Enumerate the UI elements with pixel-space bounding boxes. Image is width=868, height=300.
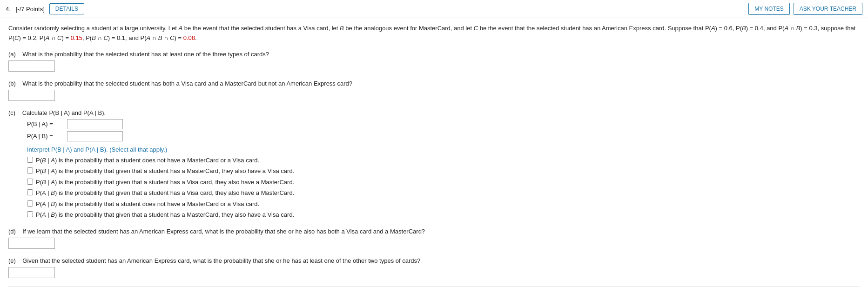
part-b: (b) What is the probability that the sel… <box>8 80 860 101</box>
part-e: (e) Given that the selected student has … <box>8 257 860 278</box>
part-c: (c) Calculate P(B | A) and P(A | B). P(B… <box>8 109 860 220</box>
part-d-input[interactable] <box>8 238 55 249</box>
top-bar: 4. [-/7 Points] DETAILS MY NOTES ASK YOU… <box>0 0 868 18</box>
main-content: Consider randomly selecting a student at… <box>0 18 868 296</box>
part-a-input[interactable] <box>8 60 55 72</box>
part-d-label: (d) If we learn that the selected studen… <box>8 228 860 235</box>
checkbox-item-1: P(B | A) is the probability that a stude… <box>27 156 860 165</box>
checkbox-1[interactable] <box>27 157 33 163</box>
checkbox-4[interactable] <box>27 189 33 195</box>
checkbox-item-4: P(A | B) is the probability that given t… <box>27 188 860 198</box>
ask-teacher-button[interactable]: ASK YOUR TEACHER <box>794 3 862 15</box>
top-bar-right: MY NOTES ASK YOUR TEACHER <box>748 3 862 15</box>
question-number: 4. [-/7 Points] <box>6 6 45 13</box>
checkbox-6[interactable] <box>27 211 33 217</box>
part-b-label: (b) What is the probability that the sel… <box>8 80 860 87</box>
pa-given-b-label: P(A | B) = <box>27 133 64 140</box>
pb-given-a-row: P(B | A) = <box>27 119 860 129</box>
interpret-title: Interpret P(B | A) and P(A | B). (Select… <box>27 146 860 153</box>
problem-intro: Consider randomly selecting a student at… <box>8 24 860 43</box>
checkbox-2[interactable] <box>27 167 33 173</box>
part-e-label: (e) Given that the selected student has … <box>8 257 860 264</box>
checkbox-item-6: P(A | B) is the probability that given t… <box>27 210 860 220</box>
checkbox-3[interactable] <box>27 179 33 185</box>
bottom-divider <box>8 287 860 287</box>
part-d: (d) If we learn that the selected studen… <box>8 228 860 249</box>
details-button[interactable]: DETAILS <box>49 3 84 14</box>
part-a: (a) What is the probability that the sel… <box>8 51 860 72</box>
pb-given-a-label: P(B | A) = <box>27 120 64 127</box>
part-c-label: (c) Calculate P(B | A) and P(A | B). <box>8 109 860 116</box>
pa-given-b-input[interactable] <box>67 131 123 141</box>
top-bar-left: 4. [-/7 Points] DETAILS <box>6 3 84 14</box>
checkbox-5[interactable] <box>27 200 33 207</box>
part-e-input[interactable] <box>8 267 55 278</box>
part-a-label: (a) What is the probability that the sel… <box>8 51 860 58</box>
my-notes-button[interactable]: MY NOTES <box>748 3 789 15</box>
pa-given-b-row: P(A | B) = <box>27 131 860 141</box>
pb-given-a-input[interactable] <box>67 119 123 129</box>
checkbox-list: P(B | A) is the probability that a stude… <box>27 156 860 220</box>
part-b-input[interactable] <box>8 90 55 101</box>
checkbox-item-5: P(A | B) is the probability that a stude… <box>27 200 860 209</box>
checkbox-item-3: P(B | A) is the probability that given t… <box>27 178 860 187</box>
checkbox-item-2: P(B | A) is the probability that given t… <box>27 167 860 176</box>
